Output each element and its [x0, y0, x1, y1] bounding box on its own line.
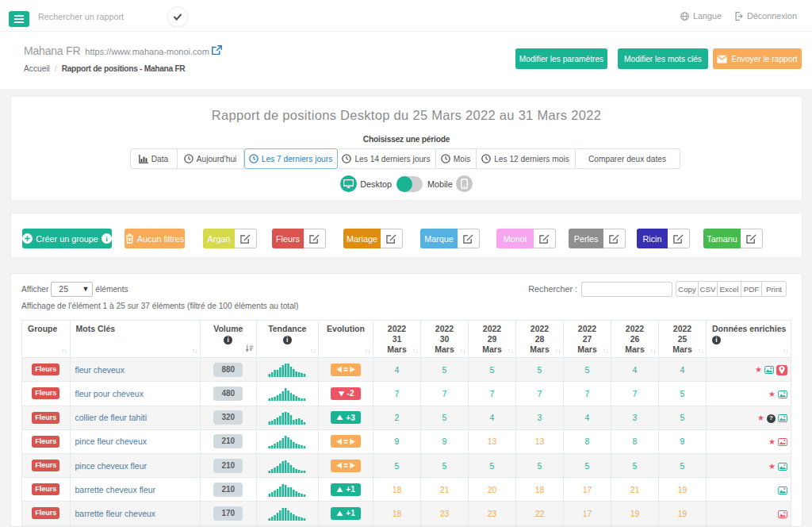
svg-text:i: i [105, 235, 108, 243]
